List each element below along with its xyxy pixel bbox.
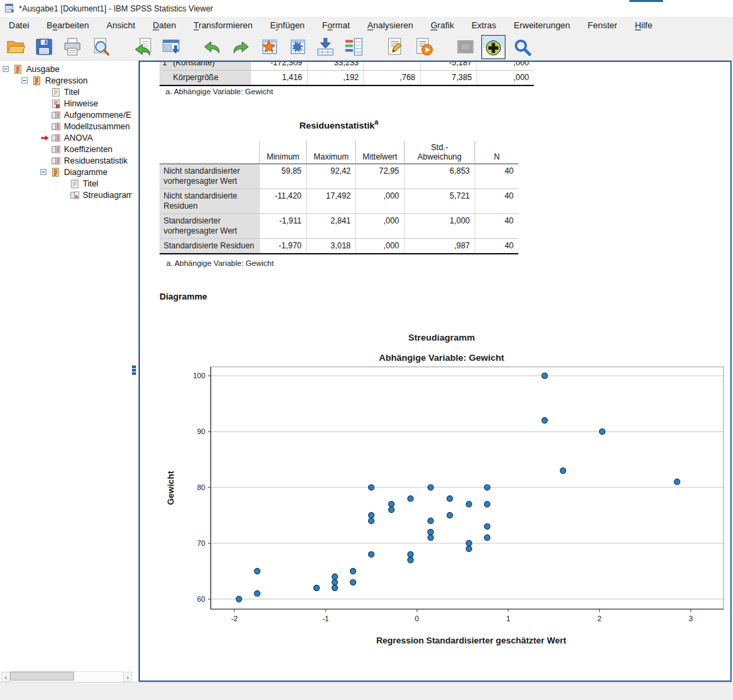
menu-transformieren[interactable]: Transformieren: [185, 17, 262, 34]
tree-item-diagramme[interactable]: Diagramme: [0, 166, 132, 178]
value-cell: 1,000: [404, 214, 475, 239]
print-icon[interactable]: [60, 35, 84, 59]
value-labels-icon[interactable]: [341, 35, 365, 59]
data-point: [408, 552, 413, 557]
tree-item-titel[interactable]: Titel: [0, 178, 132, 189]
menu-grafik[interactable]: Grafik: [422, 17, 463, 34]
tree-item-anova[interactable]: ANOVA: [0, 132, 132, 143]
x-tick-label: -1: [322, 615, 329, 623]
data-point: [254, 591, 260, 596]
tree-item-streudiagram[interactable]: Streudiagram: [0, 189, 132, 201]
menu-einfgen[interactable]: Einfügen: [261, 17, 313, 34]
value-cell: 92,42: [306, 164, 355, 189]
data-point: [466, 540, 472, 546]
tree-item-titel[interactable]: Titel: [0, 86, 132, 98]
expander-minus-icon[interactable]: [40, 168, 51, 177]
export-icon[interactable]: [130, 35, 154, 59]
variables-icon[interactable]: [313, 35, 337, 59]
data-point: [428, 518, 433, 524]
scrollbar-thumb[interactable]: [10, 672, 74, 680]
title-icon: [51, 88, 63, 97]
data-point: [254, 568, 260, 573]
scroll-right-arrow-icon[interactable]: ›: [123, 672, 132, 682]
data-point: [447, 496, 452, 501]
value-cell: 6,853: [404, 164, 475, 189]
value-cell: 1,416: [250, 71, 307, 85]
value-cell: ,000: [355, 214, 404, 239]
value-cell: ,000: [477, 62, 534, 71]
undo-icon[interactable]: [200, 35, 224, 59]
use-sets-icon[interactable]: [481, 35, 505, 59]
value-cell: 40: [475, 189, 518, 214]
value-cell: 33,233: [307, 62, 363, 71]
row-label-cell: Nicht standardisierter vorhergesagter We…: [160, 164, 259, 189]
menu-fenster[interactable]: Fenster: [579, 17, 626, 34]
data-point: [388, 501, 394, 507]
edit-icon[interactable]: [383, 35, 407, 59]
table-icon: [51, 122, 63, 131]
value-cell: 2,841: [306, 214, 355, 239]
column-header: N: [475, 141, 518, 165]
tree-item-residuenstatistik[interactable]: Residuenstatistik: [0, 155, 132, 166]
window-title: *Ausgabe1 [Dokument1] - IBM SPSS Statist…: [19, 4, 213, 13]
menu-ansicht[interactable]: Ansicht: [98, 17, 144, 34]
tree-connector: [59, 179, 70, 188]
tree-connector: [59, 190, 70, 200]
notes-icon: [51, 99, 63, 108]
menu-daten[interactable]: Daten: [144, 17, 185, 34]
spss-viewer-window: *Ausgabe1 [Dokument1] - IBM SPSS Statist…: [0, 0, 733, 700]
value-cell: 40: [475, 164, 518, 189]
redo-icon[interactable]: [228, 35, 252, 59]
tree-item-aufgenommene-e[interactable]: Aufgenommene/E: [0, 109, 132, 120]
model-cell: 1: [160, 62, 170, 71]
expander-minus-icon[interactable]: [22, 76, 32, 85]
scrollbar-track[interactable]: [10, 671, 123, 682]
menu-datei[interactable]: Datei: [0, 17, 38, 34]
data-point: [542, 373, 547, 378]
coefficients-table[interactable]: 1(Konstante)-172,30933,233-5,187,000Körp…: [160, 62, 534, 86]
column-header: Std.-Abweichung: [404, 141, 475, 165]
value-cell: -1,911: [259, 214, 306, 239]
goto-case-icon[interactable]: [256, 35, 281, 59]
table-icon: [51, 145, 63, 154]
save-icon[interactable]: [32, 35, 56, 59]
outline-hscrollbar[interactable]: ‹ ›: [1, 672, 132, 682]
data-point: [368, 485, 374, 490]
data-point: [332, 574, 337, 580]
goto-variable-icon[interactable]: [285, 35, 309, 59]
scatter-chart[interactable]: 60708090100-2-10123StreudiagrammAbhängig…: [140, 323, 730, 660]
open-icon[interactable]: [3, 35, 28, 59]
tree-item-regression[interactable]: Regression: [0, 75, 132, 86]
print-preview-icon[interactable]: [88, 35, 112, 59]
data-point: [674, 479, 680, 485]
recall-dialog-icon[interactable]: [158, 35, 182, 59]
find-icon[interactable]: [510, 35, 534, 59]
tree-item-hinweise[interactable]: Hinweise: [0, 98, 132, 109]
menu-bearbeiten[interactable]: Bearbeiten: [38, 17, 98, 34]
table-icon: [51, 133, 63, 143]
menu-analysieren[interactable]: Analysieren: [359, 17, 422, 34]
menu-extras[interactable]: Extras: [462, 17, 505, 34]
menu-hilfe[interactable]: Hilfe: [626, 17, 661, 34]
outline-pane[interactable]: AusgabeRegressionTitelHinweiseAufgenomme…: [0, 61, 139, 682]
data-point: [368, 518, 374, 524]
data-point: [466, 501, 472, 507]
corner-cell: [160, 141, 259, 165]
tree-item-modellzusammen[interactable]: Modellzusammen: [0, 120, 132, 132]
run-script-icon[interactable]: [411, 35, 435, 59]
procedure-icon: [13, 65, 25, 74]
value-cell: 3,018: [306, 239, 355, 253]
residual-statistics-block[interactable]: Residuenstatistika MinimumMaximumMittelw…: [160, 118, 518, 267]
tree-item-ausgabe[interactable]: Ausgabe: [0, 63, 132, 75]
value-cell: [363, 62, 420, 71]
menu-format[interactable]: Format: [314, 17, 359, 34]
menu-erweiterungen[interactable]: Erweiterungen: [505, 17, 579, 34]
value-cell: 59,85: [259, 164, 306, 189]
output-content-pane[interactable]: 1(Konstante)-172,30933,233-5,187,000Körp…: [139, 61, 732, 682]
expander-minus-icon[interactable]: [3, 65, 13, 74]
status-bar: [0, 682, 733, 700]
value-cell: 5,721: [404, 189, 475, 214]
value-cell: -172,309: [250, 62, 307, 71]
scroll-left-arrow-icon[interactable]: ‹: [1, 672, 10, 682]
tree-item-koeffizienten[interactable]: Koeffizienten: [0, 143, 132, 155]
